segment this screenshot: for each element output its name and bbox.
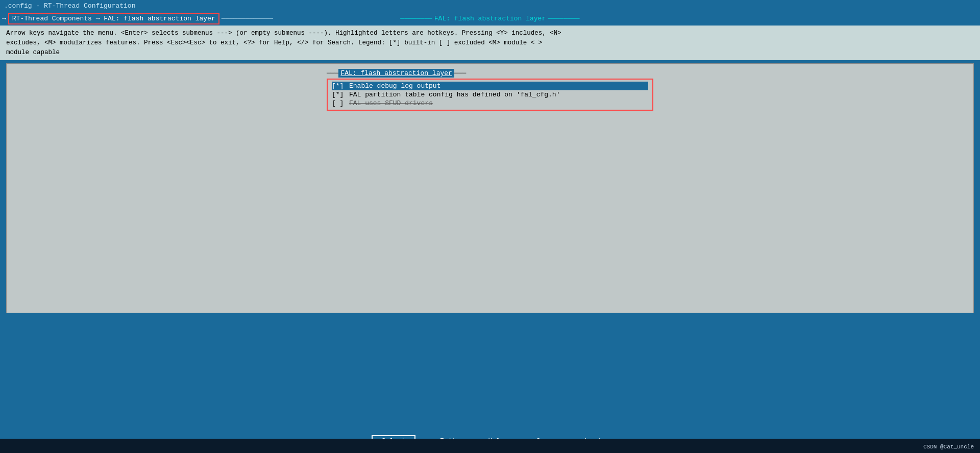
label-sfud-drivers: FAL uses SFUD drivers: [349, 99, 433, 107]
label-partition-table: FAL partition table config has defined o…: [349, 91, 560, 98]
title-dashes-right: ───: [454, 69, 466, 77]
menu-title-line: ─── FAL: flash abstraction layer ───: [327, 69, 653, 78]
breadcrumb-content: → RT-Thread Components → FAL: flash abst…: [0, 13, 273, 24]
watermark-text: CSDN @Cat_uncle: [923, 444, 974, 450]
breadcrumb-path: RT-Thread Components → FAL: flash abstra…: [12, 15, 215, 22]
title-bar: .config - RT-Thread Configuration: [0, 0, 980, 11]
menu-item-sfud-drivers[interactable]: [ ] FAL uses SFUD drivers: [332, 99, 648, 108]
bracket-debug-log: [*]: [332, 82, 347, 90]
breadcrumb-center: ──────── FAL: flash abstraction layer ──…: [400, 15, 579, 22]
dash-right: ────────: [548, 15, 579, 22]
bracket-sfud-drivers: [ ]: [332, 99, 347, 107]
breadcrumb-box: RT-Thread Components → FAL: flash abstra…: [8, 13, 219, 24]
arrow-indicator: →: [2, 15, 6, 22]
dash-left: ────────: [400, 15, 432, 22]
title-dashes-left: ───: [327, 69, 338, 77]
label-debug-log: Enable debug log output: [349, 82, 440, 90]
dark-bottom-bar: CSDN @Cat_uncle: [0, 439, 980, 453]
bracket-partition-table: [*]: [332, 91, 347, 98]
menu-panel: ─── FAL: flash abstraction layer ─── [*]…: [327, 69, 653, 111]
title-text: .config - RT-Thread Configuration: [4, 2, 135, 10]
help-area: Arrow keys navigate the menu. <Enter> se…: [0, 26, 980, 60]
menu-title-text: FAL: flash abstraction layer: [338, 69, 454, 78]
main-area: ─── FAL: flash abstraction layer ─── [*]…: [6, 63, 974, 313]
help-line3: module capable: [6, 48, 974, 58]
help-line2: excludes, <M> modularizes features. Pres…: [6, 38, 974, 48]
breadcrumb-bar: → RT-Thread Components → FAL: flash abst…: [0, 11, 980, 26]
menu-item-partition-table[interactable]: [*] FAL partition table config has defin…: [332, 90, 648, 99]
menu-items-box: [*] Enable debug log output [*] FAL part…: [327, 79, 653, 111]
breadcrumb-current: FAL: flash abstraction layer: [434, 15, 546, 22]
menu-item-debug-log[interactable]: [*] Enable debug log output: [332, 82, 648, 90]
help-line1: Arrow keys navigate the menu. <Enter> se…: [6, 29, 974, 38]
dash-after-breadcrumb: ─────────────: [222, 15, 273, 22]
